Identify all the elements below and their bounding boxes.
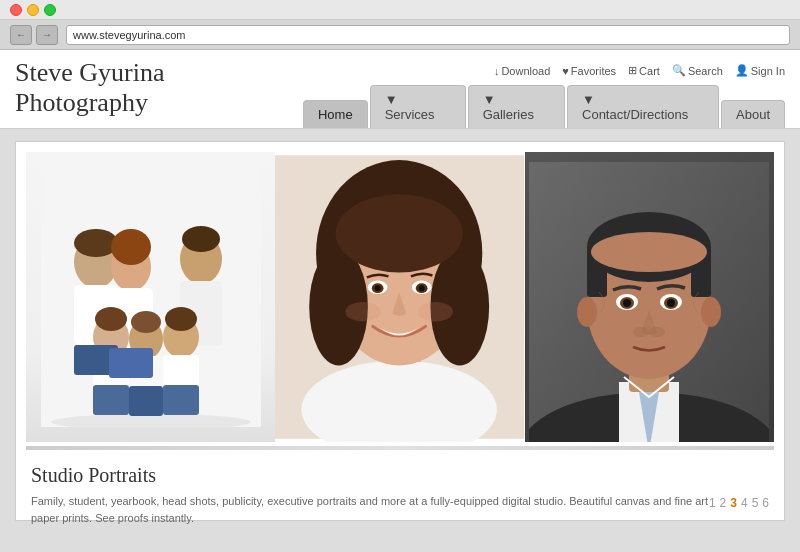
download-icon: ↓ bbox=[494, 65, 500, 77]
svg-point-13 bbox=[95, 307, 127, 331]
svg-point-61 bbox=[649, 327, 665, 337]
photo-strip bbox=[26, 152, 774, 442]
nav-services[interactable]: ▼ Services bbox=[370, 85, 466, 128]
svg-point-39 bbox=[346, 302, 381, 322]
svg-point-32 bbox=[336, 194, 463, 272]
svg-point-7 bbox=[111, 229, 151, 265]
forward-button[interactable]: → bbox=[36, 25, 58, 45]
man-photo bbox=[525, 152, 774, 442]
svg-rect-24 bbox=[109, 348, 153, 378]
svg-point-60 bbox=[633, 327, 649, 337]
woman-portrait-svg bbox=[275, 152, 524, 442]
page-2[interactable]: 2 bbox=[720, 496, 727, 510]
gallery-container: Studio Portraits Family, student, yearbo… bbox=[15, 141, 785, 521]
utility-download[interactable]: ↓ Download bbox=[494, 64, 550, 77]
svg-rect-21 bbox=[129, 386, 163, 416]
nav-home[interactable]: Home bbox=[303, 100, 368, 128]
address-bar[interactable]: www.stevegyurina.com bbox=[66, 25, 790, 45]
svg-point-53 bbox=[701, 297, 721, 327]
photo-panel-family bbox=[26, 152, 275, 442]
svg-point-40 bbox=[418, 302, 453, 322]
svg-rect-20 bbox=[93, 385, 129, 415]
family-portrait-svg bbox=[41, 167, 261, 427]
svg-point-4 bbox=[74, 229, 118, 257]
svg-point-16 bbox=[131, 311, 161, 333]
close-button[interactable] bbox=[10, 4, 22, 16]
woman-photo bbox=[275, 152, 524, 442]
svg-point-19 bbox=[165, 307, 197, 331]
caption-area: Studio Portraits Family, student, yearbo… bbox=[26, 454, 774, 531]
utility-favorites[interactable]: ♥ Favorites bbox=[562, 64, 616, 77]
svg-point-10 bbox=[182, 226, 220, 252]
site-header: Steve Gyurina Photography ↓ Download ♥ F… bbox=[0, 50, 800, 129]
nav-arrows: ← → bbox=[10, 25, 58, 45]
search-icon: 🔍 bbox=[672, 64, 686, 77]
utility-nav: ↓ Download ♥ Favorites ⊞ Cart 🔍 Search 👤 bbox=[494, 64, 785, 81]
svg-point-38 bbox=[419, 285, 425, 291]
family-photo bbox=[26, 152, 275, 442]
utility-search[interactable]: 🔍 Search bbox=[672, 64, 723, 77]
nav-contact[interactable]: ▼ Contact/Directions bbox=[567, 85, 719, 128]
gallery-divider bbox=[26, 446, 774, 450]
svg-point-37 bbox=[375, 285, 381, 291]
man-portrait-svg bbox=[529, 162, 769, 442]
pagination: 1 2 3 4 5 6 bbox=[709, 496, 769, 510]
page-6[interactable]: 6 bbox=[762, 496, 769, 510]
slide-description: Family, student, yearbook, head shots, p… bbox=[31, 493, 711, 526]
utility-cart[interactable]: ⊞ Cart bbox=[628, 64, 660, 77]
window-controls bbox=[10, 4, 56, 16]
page-1[interactable]: 1 bbox=[709, 496, 716, 510]
page-3[interactable]: 3 bbox=[730, 496, 737, 510]
photo-panel-man bbox=[525, 152, 774, 442]
heart-icon: ♥ bbox=[562, 65, 569, 77]
main-nav: Home ▼ Services ▼ Galleries ▼ Contact/Di… bbox=[303, 85, 785, 128]
maximize-button[interactable] bbox=[44, 4, 56, 16]
site-title: Steve Gyurina Photography bbox=[15, 58, 303, 128]
user-icon: 👤 bbox=[735, 64, 749, 77]
svg-point-58 bbox=[623, 299, 631, 307]
nav-galleries[interactable]: ▼ Galleries bbox=[468, 85, 565, 128]
content-area: Studio Portraits Family, student, yearbo… bbox=[0, 129, 800, 552]
svg-rect-22 bbox=[163, 385, 199, 415]
minimize-button[interactable] bbox=[27, 4, 39, 16]
page-4[interactable]: 4 bbox=[741, 496, 748, 510]
header-right: ↓ Download ♥ Favorites ⊞ Cart 🔍 Search 👤 bbox=[303, 64, 785, 128]
back-button[interactable]: ← bbox=[10, 25, 32, 45]
svg-point-51 bbox=[591, 232, 707, 272]
utility-signin[interactable]: 👤 Sign In bbox=[735, 64, 785, 77]
cart-icon: ⊞ bbox=[628, 64, 637, 77]
page-5[interactable]: 5 bbox=[752, 496, 759, 510]
svg-point-59 bbox=[667, 299, 675, 307]
photo-panel-woman bbox=[275, 152, 524, 442]
window-titlebar bbox=[0, 0, 800, 20]
nav-about[interactable]: About bbox=[721, 100, 785, 128]
svg-point-52 bbox=[577, 297, 597, 327]
website-container: Steve Gyurina Photography ↓ Download ♥ F… bbox=[0, 50, 800, 552]
browser-toolbar: ← → www.stevegyurina.com bbox=[0, 20, 800, 50]
slide-title: Studio Portraits bbox=[31, 464, 769, 487]
